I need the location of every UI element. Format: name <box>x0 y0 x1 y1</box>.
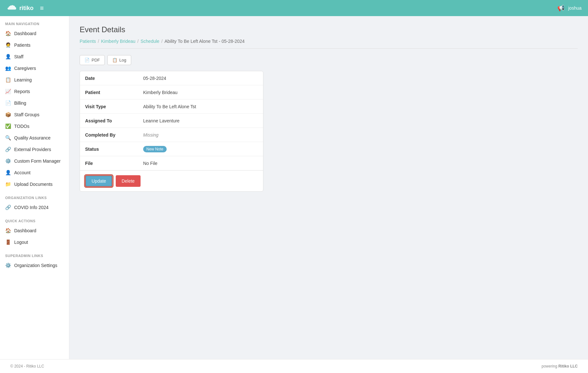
sidebar-item-dashboard[interactable]: 🏠Dashboard <box>0 28 69 39</box>
sidebar-item-logout[interactable]: 🚪Logout <box>0 236 69 248</box>
sidebar-item-staff[interactable]: 👤Staff <box>0 51 69 62</box>
sidebar-item-patients[interactable]: 🧑‍⚕️Patients <box>0 39 69 51</box>
quick-dashboard-icon: 🏠 <box>5 228 11 234</box>
logo[interactable]: ritiko <box>6 5 34 12</box>
sidebar-item-upload-documents[interactable]: 📁Upload Documents <box>0 178 69 190</box>
billing-icon: 📄 <box>5 100 11 106</box>
pdf-label: PDF <box>92 58 100 62</box>
sidebar-item-todos[interactable]: ✅TODOs <box>0 120 69 132</box>
username-label: joshua <box>568 5 582 11</box>
detail-value-0: 05-28-2024 <box>138 72 263 84</box>
sidebar-label-external-providers: External Providers <box>14 147 51 152</box>
footer-copyright: © 2024 - Ritiko LLC <box>10 364 44 368</box>
sidebar-label-reports: Reports <box>14 89 30 94</box>
status-badge: New Note <box>143 146 167 152</box>
log-label: Log <box>119 58 126 62</box>
sidebar-item-org-settings[interactable]: ⚙️Organization Settings <box>0 260 69 271</box>
detail-value-3: Leanne Laventure <box>138 115 263 127</box>
detail-card: Date05-28-2024PatientKimberly BrideauVis… <box>80 71 263 192</box>
sidebar-label-billing: Billing <box>14 100 26 106</box>
sidebar: Main Navigation🏠Dashboard🧑‍⚕️Patients👤St… <box>0 16 69 359</box>
sidebar-item-external-providers[interactable]: 🔗External Providers <box>0 144 69 155</box>
sidebar-label-staff: Staff <box>14 54 24 59</box>
sidebar-label-quality-assurance: Quality Assurance <box>14 135 51 140</box>
pdf-button[interactable]: 📄 PDF <box>80 55 105 65</box>
learning-icon: 📋 <box>5 77 11 83</box>
sidebar-label-staff-groups: Staff Groups <box>14 112 39 117</box>
breadcrumb-current: Ability To Be Left Alone Tst - 05-28-202… <box>164 39 245 44</box>
sidebar-label-logout: Logout <box>14 240 28 245</box>
log-button[interactable]: 📋 Log <box>107 55 131 65</box>
notification-icon[interactable]: 📢 <box>557 5 564 12</box>
staff-groups-icon: 📦 <box>5 112 11 118</box>
sidebar-label-patients: Patients <box>14 43 31 48</box>
topnav: ritiko ≡ 📢 joshua <box>0 0 588 16</box>
sidebar-label-learning: Learning <box>14 77 32 82</box>
card-action-row: Update Delete <box>80 170 263 191</box>
sidebar-label-caregivers: Caregivers <box>14 66 36 71</box>
detail-label-0: Date <box>80 72 138 84</box>
detail-value-5: New Note <box>138 143 263 156</box>
logo-text: ritiko <box>19 5 34 12</box>
topnav-left: ritiko ≡ <box>6 5 44 12</box>
update-button[interactable]: Update <box>85 175 113 187</box>
sidebar-label-dashboard: Dashboard <box>14 31 36 36</box>
logout-icon: 🚪 <box>5 239 11 245</box>
sidebar-item-billing[interactable]: 📄Billing <box>0 97 69 109</box>
detail-label-6: File <box>80 158 138 169</box>
quality-assurance-icon: 🔍 <box>5 135 11 141</box>
breadcrumb-sep-1: / <box>98 39 99 44</box>
sidebar-item-custom-form-manager[interactable]: ⚙️Custom Form Manager <box>0 155 69 167</box>
detail-row-4: Completed ByMissing <box>80 128 263 142</box>
detail-value-2: Ability To Be Left Alone Tst <box>138 101 263 112</box>
detail-label-3: Assigned To <box>80 115 138 127</box>
topnav-right: 📢 joshua <box>557 5 582 12</box>
sidebar-item-staff-groups[interactable]: 📦Staff Groups <box>0 109 69 120</box>
page-title: Event Details <box>80 25 578 34</box>
footer-brand: Ritiko LLC <box>558 364 578 368</box>
footer-powered: powering Ritiko LLC <box>542 364 578 368</box>
account-icon: 👤 <box>5 170 11 176</box>
reports-icon: 📈 <box>5 89 11 94</box>
staff-icon: 👤 <box>5 54 11 60</box>
breadcrumb-kimberly[interactable]: Kimberly Brideau <box>101 39 135 44</box>
breadcrumb-schedule[interactable]: Schedule <box>141 39 159 44</box>
sidebar-item-quality-assurance[interactable]: 🔍Quality Assurance <box>0 132 69 144</box>
action-buttons-row: 📄 PDF 📋 Log <box>80 55 578 65</box>
content-area: Event Details Patients / Kimberly Bridea… <box>69 16 588 359</box>
covid-info-icon: 🔗 <box>5 205 11 210</box>
footer-powered-prefix: powering <box>542 364 558 368</box>
sidebar-label-upload-documents: Upload Documents <box>14 182 53 187</box>
todos-icon: ✅ <box>5 123 11 129</box>
breadcrumb: Patients / Kimberly Brideau / Schedule /… <box>80 39 578 49</box>
sidebar-label-account: Account <box>14 170 31 175</box>
hamburger-button[interactable]: ≡ <box>40 5 44 12</box>
sidebar-label-org-settings: Organization Settings <box>14 263 57 268</box>
sidebar-item-learning[interactable]: 📋Learning <box>0 74 69 86</box>
main-layout: Main Navigation🏠Dashboard🧑‍⚕️Patients👤St… <box>0 16 588 359</box>
breadcrumb-sep-3: / <box>161 39 162 44</box>
upload-documents-icon: 📁 <box>5 181 11 187</box>
sidebar-section-main-navigation: Main Navigation <box>0 16 69 28</box>
sidebar-item-caregivers[interactable]: 👥Caregivers <box>0 62 69 74</box>
log-icon: 📋 <box>112 58 117 62</box>
sidebar-section-superadmin-links: Superadmin Links <box>0 248 69 260</box>
sidebar-item-covid-info[interactable]: 🔗COVID Info 2024 <box>0 202 69 213</box>
detail-row-0: Date05-28-2024 <box>80 71 263 85</box>
breadcrumb-patients[interactable]: Patients <box>80 39 96 44</box>
pdf-icon: 📄 <box>84 58 90 62</box>
sidebar-label-todos: TODOs <box>14 124 29 129</box>
detail-label-1: Patient <box>80 87 138 98</box>
detail-row-5: StatusNew Note <box>80 142 263 156</box>
sidebar-item-account[interactable]: 👤Account <box>0 167 69 178</box>
external-providers-icon: 🔗 <box>5 147 11 152</box>
detail-label-5: Status <box>80 143 138 155</box>
sidebar-label-covid-info: COVID Info 2024 <box>14 205 49 210</box>
sidebar-item-quick-dashboard[interactable]: 🏠Dashboard <box>0 225 69 236</box>
detail-row-2: Visit TypeAbility To Be Left Alone Tst <box>80 100 263 114</box>
sidebar-section-quick-actions: Quick Actions <box>0 213 69 225</box>
sidebar-item-reports[interactable]: 📈Reports <box>0 86 69 97</box>
delete-button[interactable]: Delete <box>116 175 140 187</box>
footer: © 2024 - Ritiko LLC powering Ritiko LLC <box>0 359 588 373</box>
sidebar-label-custom-form-manager: Custom Form Manager <box>14 158 61 164</box>
